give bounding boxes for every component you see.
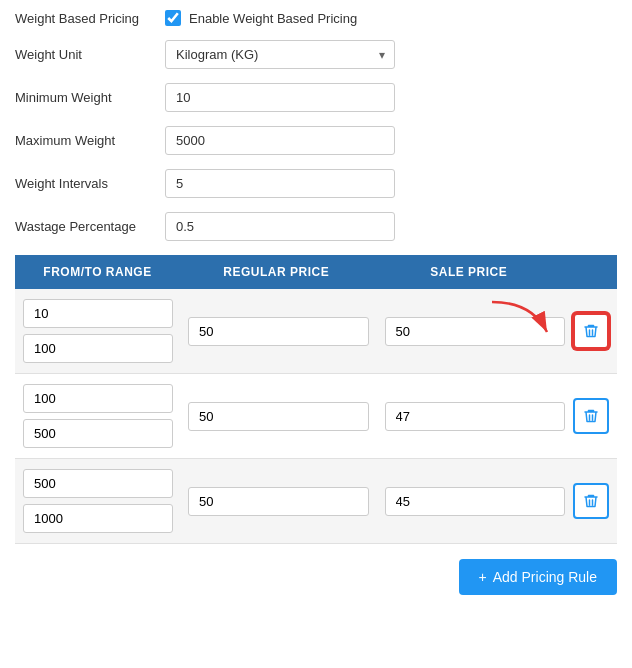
plus-icon: + [479,569,487,585]
sale-price-col-2 [377,402,574,431]
from-input-1[interactable] [23,299,173,328]
weight-intervals-label: Weight Intervals [15,176,165,191]
from-input-2[interactable] [23,384,173,413]
sale-price-input-2[interactable] [385,402,566,431]
max-weight-input[interactable] [165,126,395,155]
regular-price-col-3 [180,487,377,516]
sale-price-input-1[interactable] [385,317,566,346]
weight-based-pricing-label: Weight Based Pricing [15,11,165,26]
min-weight-row: Minimum Weight [15,83,617,112]
weight-unit-select-wrapper: Kilogram (KG) Pound (LB) Gram (G) Ounce … [165,40,395,69]
enable-pricing-row: Weight Based Pricing Enable Weight Based… [15,10,617,26]
col-header-range: FROM/TO RANGE [15,255,180,289]
to-input-1[interactable] [23,334,173,363]
range-col-2 [15,384,180,448]
min-weight-label: Minimum Weight [15,90,165,105]
delete-rule-button-1[interactable] [573,313,609,349]
sale-price-col-1 [377,317,574,346]
from-input-3[interactable] [23,469,173,498]
wastage-percentage-label: Wastage Percentage [15,219,165,234]
trash-icon [583,408,599,424]
weight-unit-select[interactable]: Kilogram (KG) Pound (LB) Gram (G) Ounce … [165,40,395,69]
add-pricing-rule-label: Add Pricing Rule [493,569,597,585]
weight-intervals-input[interactable] [165,169,395,198]
delete-rule-button-3[interactable] [573,483,609,519]
table-row [15,289,617,374]
to-input-3[interactable] [23,504,173,533]
regular-price-input-1[interactable] [188,317,369,346]
wastage-percentage-input[interactable] [165,212,395,241]
max-weight-label: Maximum Weight [15,133,165,148]
col-header-regular: REGULAR PRICE [180,255,373,289]
range-col-3 [15,469,180,533]
pricing-rules-list [15,289,617,544]
min-weight-input[interactable] [165,83,395,112]
range-col-1 [15,299,180,363]
col-header-sale: SALE PRICE [373,255,566,289]
col-header-action [565,255,617,289]
weight-unit-label: Weight Unit [15,47,165,62]
trash-icon [583,493,599,509]
wastage-percentage-row: Wastage Percentage [15,212,617,241]
sale-price-col-3 [377,487,574,516]
sale-price-input-3[interactable] [385,487,566,516]
regular-price-input-3[interactable] [188,487,369,516]
enable-pricing-checkbox[interactable] [165,10,181,26]
table-row [15,459,617,544]
trash-icon [583,323,599,339]
add-pricing-rule-button[interactable]: + Add Pricing Rule [459,559,617,595]
table-header: FROM/TO RANGE REGULAR PRICE SALE PRICE [15,255,617,289]
table-row [15,374,617,459]
weight-intervals-row: Weight Intervals [15,169,617,198]
max-weight-row: Maximum Weight [15,126,617,155]
regular-price-col-1 [180,317,377,346]
to-input-2[interactable] [23,419,173,448]
pricing-table-section: FROM/TO RANGE REGULAR PRICE SALE PRICE [15,255,617,544]
weight-based-pricing-section: Weight Based Pricing Enable Weight Based… [15,10,617,595]
footer-row: + Add Pricing Rule [15,544,617,595]
regular-price-input-2[interactable] [188,402,369,431]
delete-rule-button-2[interactable] [573,398,609,434]
regular-price-col-2 [180,402,377,431]
enable-pricing-label: Enable Weight Based Pricing [189,11,357,26]
weight-unit-row: Weight Unit Kilogram (KG) Pound (LB) Gra… [15,40,617,69]
